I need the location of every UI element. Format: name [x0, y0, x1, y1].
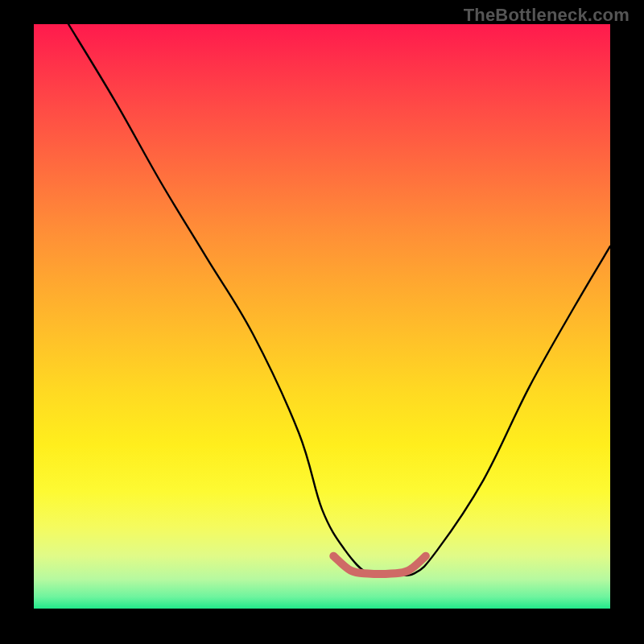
bottleneck-curve: [68, 24, 610, 576]
plot-area: [34, 24, 610, 609]
watermark-label: TheBottleneck.com: [464, 5, 630, 26]
valley-highlight: [333, 556, 426, 574]
curve-layer: [34, 24, 610, 609]
chart-frame: TheBottleneck.com: [0, 0, 644, 644]
